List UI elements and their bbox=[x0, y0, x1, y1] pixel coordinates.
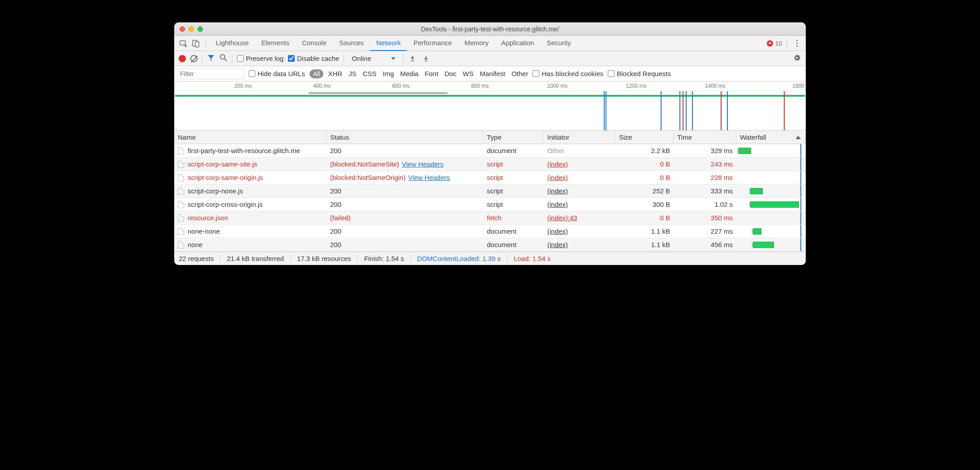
column-size[interactable]: Size bbox=[615, 131, 674, 144]
cell-waterfall bbox=[736, 184, 806, 197]
cell-type: script bbox=[483, 198, 544, 211]
cell-type: script bbox=[483, 171, 544, 184]
initiator-link[interactable]: (index):43 bbox=[547, 214, 577, 222]
hide-data-urls-checkbox[interactable]: Hide data URLs bbox=[249, 70, 305, 77]
error-badge[interactable]: ✕ 10 bbox=[767, 40, 782, 47]
filter-type-xhr[interactable]: XHR bbox=[328, 70, 342, 77]
table-row[interactable]: first-party-test-with-resource.glitch.me… bbox=[174, 144, 806, 158]
device-icon[interactable] bbox=[189, 37, 202, 50]
tab-elements[interactable]: Elements bbox=[255, 36, 296, 51]
has-blocked-cookies-checkbox[interactable]: Has blocked cookies bbox=[533, 70, 603, 77]
initiator-link[interactable]: (index) bbox=[547, 187, 568, 195]
minimize-button[interactable] bbox=[189, 26, 194, 32]
timeline-marker bbox=[721, 91, 722, 130]
cell-status: 200 bbox=[327, 184, 483, 197]
timeline-segment bbox=[309, 92, 447, 94]
table-row[interactable]: resource.json(failed)fetch(index):430 B3… bbox=[174, 211, 806, 225]
filter-type-doc[interactable]: Doc bbox=[444, 70, 456, 77]
maximize-button[interactable] bbox=[198, 26, 203, 32]
cell-size: 1.1 kB bbox=[615, 225, 674, 238]
tab-sources[interactable]: Sources bbox=[333, 36, 370, 51]
file-icon bbox=[178, 228, 184, 235]
cell-size: 300 B bbox=[615, 198, 674, 211]
filter-type-js[interactable]: JS bbox=[348, 70, 357, 77]
timeline-overview[interactable]: 200 ms400 ms600 ms800 ms1000 ms1200 ms14… bbox=[174, 81, 806, 131]
cell-waterfall bbox=[736, 158, 806, 171]
separator bbox=[202, 54, 202, 63]
initiator-link[interactable]: (index) bbox=[547, 201, 568, 208]
status-load: Load: 1.54 s bbox=[514, 255, 551, 262]
upload-icon[interactable] bbox=[408, 54, 417, 63]
column-time[interactable]: Time bbox=[674, 131, 736, 144]
column-name[interactable]: Name bbox=[174, 131, 327, 144]
file-icon bbox=[178, 201, 184, 208]
blocked-requests-checkbox[interactable]: Blocked Requests bbox=[608, 70, 671, 77]
column-initiator[interactable]: Initiator bbox=[544, 131, 615, 144]
filter-type-css[interactable]: CSS bbox=[363, 70, 377, 77]
column-waterfall[interactable]: Waterfall bbox=[736, 131, 806, 144]
search-icon[interactable] bbox=[219, 54, 228, 63]
view-headers-link[interactable]: View Headers bbox=[408, 174, 450, 181]
timeline-tick: 400 ms bbox=[313, 83, 332, 89]
tab-network[interactable]: Network bbox=[370, 36, 407, 51]
table-row[interactable]: none200document(index)1.1 kB456 ms bbox=[174, 238, 806, 252]
throttling-select[interactable]: Online bbox=[348, 53, 398, 64]
tab-security[interactable]: Security bbox=[540, 36, 577, 51]
initiator-link[interactable]: (index) bbox=[547, 241, 568, 248]
cell-name: none bbox=[174, 238, 327, 251]
network-toolbar: Preserve log Disable cache Online bbox=[174, 51, 806, 66]
timeline-marker bbox=[692, 91, 693, 130]
initiator-link[interactable]: (index) bbox=[547, 160, 568, 168]
filter-type-other[interactable]: Other bbox=[511, 70, 529, 77]
filter-type-font[interactable]: Font bbox=[425, 70, 438, 77]
filter-input[interactable] bbox=[177, 68, 244, 79]
disable-cache-checkbox[interactable]: Disable cache bbox=[288, 55, 339, 62]
record-button[interactable] bbox=[179, 55, 186, 62]
timeline-marker bbox=[604, 91, 605, 130]
tab-application[interactable]: Application bbox=[495, 36, 540, 51]
error-count: 10 bbox=[775, 40, 782, 47]
devtools-window: DevTools - first-party-test-with-resourc… bbox=[174, 22, 806, 265]
table-row[interactable]: script-corp-cross-origin.js200script(ind… bbox=[174, 198, 806, 211]
view-headers-link[interactable]: View Headers bbox=[402, 160, 443, 168]
tab-lighthouse[interactable]: Lighthouse bbox=[210, 36, 255, 51]
inspect-icon[interactable] bbox=[177, 37, 189, 50]
filter-type-manifest[interactable]: Manifest bbox=[480, 70, 505, 77]
separator bbox=[403, 54, 404, 63]
cell-initiator: (index) bbox=[544, 198, 615, 211]
cell-name: script-corp-same-site.js bbox=[174, 158, 327, 171]
sort-asc-icon bbox=[795, 136, 801, 139]
filter-type-ws[interactable]: WS bbox=[463, 70, 473, 77]
cell-initiator: (index) bbox=[544, 225, 615, 238]
window-title: DevTools - first-party-test-with-resourc… bbox=[174, 26, 806, 33]
table-row[interactable]: script-corp-same-site.js(blocked:NotSame… bbox=[174, 158, 806, 171]
filter-bar: Hide data URLs All XHRJSCSSImgMediaFontD… bbox=[174, 66, 806, 81]
tab-console[interactable]: Console bbox=[296, 36, 333, 51]
waterfall-bar bbox=[750, 201, 799, 208]
filter-all-pill[interactable]: All bbox=[309, 69, 324, 78]
table-row[interactable]: script-corp-same-origin.js(blocked:NotSa… bbox=[174, 171, 806, 184]
close-button[interactable] bbox=[180, 26, 185, 32]
initiator-link[interactable]: (index) bbox=[547, 227, 568, 235]
preserve-log-checkbox[interactable]: Preserve log bbox=[237, 55, 284, 62]
status-bar: 22 requests 21.4 kB transferred 17.3 kB … bbox=[174, 252, 806, 265]
separator bbox=[232, 54, 232, 63]
table-row[interactable]: none-none200document(index)1.1 kB227 ms bbox=[174, 225, 806, 238]
cell-time: 243 ms bbox=[674, 158, 736, 171]
download-icon[interactable] bbox=[421, 54, 430, 63]
separator bbox=[787, 39, 787, 48]
table-row[interactable]: script-corp-none.js200script(index)252 B… bbox=[174, 184, 806, 198]
filter-type-img[interactable]: Img bbox=[383, 70, 394, 77]
clear-button[interactable] bbox=[190, 55, 198, 62]
tab-performance[interactable]: Performance bbox=[407, 36, 458, 51]
column-type[interactable]: Type bbox=[483, 131, 544, 144]
traffic-lights bbox=[174, 26, 203, 32]
filter-icon[interactable] bbox=[207, 54, 215, 63]
column-status[interactable]: Status bbox=[327, 131, 483, 144]
cell-name: resource.json bbox=[174, 211, 327, 224]
gear-icon[interactable] bbox=[792, 53, 801, 64]
filter-type-media[interactable]: Media bbox=[400, 70, 419, 77]
tab-memory[interactable]: Memory bbox=[458, 36, 495, 51]
more-menu-icon[interactable] bbox=[791, 40, 803, 47]
initiator-link[interactable]: (index) bbox=[547, 174, 568, 181]
